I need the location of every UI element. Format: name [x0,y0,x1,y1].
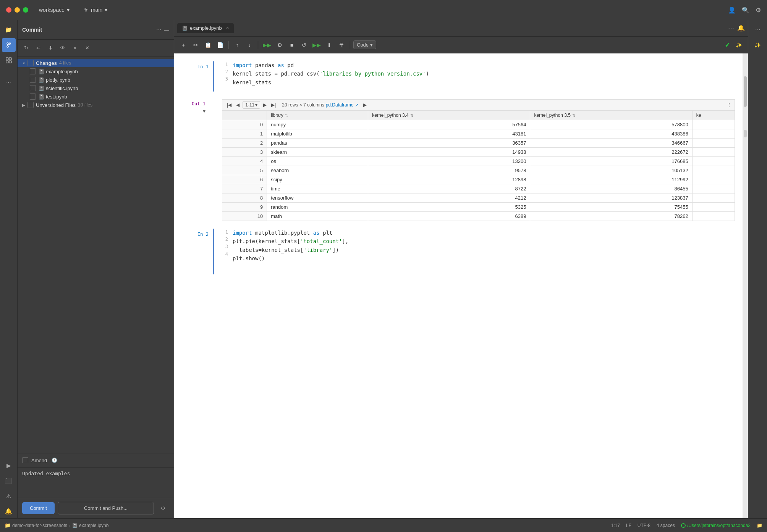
file-item-example[interactable]: 📓 example.ipynb [18,67,174,76]
nb-stop-btn[interactable]: ■ [286,39,297,51]
search-icon[interactable]: 🔍 [742,6,749,14]
commit-settings-icon[interactable]: ⚙ [157,502,169,514]
cell-2-code[interactable]: import matplotlib.pyplot as plt plt.pie(… [233,229,348,263]
file-checkbox-test[interactable] [30,94,36,100]
oc-next-btn[interactable]: ▶ [262,102,268,108]
download-btn[interactable]: ⬇ [45,43,56,53]
cursor-position: 1:17 [611,523,620,528]
settings-icon[interactable]: ⚙ [756,6,761,14]
oc-right-nav[interactable]: ▶ [362,102,368,108]
th-library[interactable]: library⇅ [267,111,368,120]
commit-message-area: Updated examples [18,467,174,498]
oc-external-link-icon[interactable]: ↗ [355,102,359,108]
sidebar-icon-problems[interactable]: ⚠ [2,489,16,503]
cell-1-code[interactable]: import pandas as pd kernel_stats = pd.re… [233,61,429,87]
close-btn[interactable]: ✕ [82,43,92,53]
nb-cell-type-select[interactable]: Code ▾ [353,40,376,49]
notebook-icon-test: 📓 [38,94,44,100]
oc-type-link[interactable]: pd.Dataframe [326,102,354,108]
refresh-btn[interactable]: ↻ [21,43,31,53]
rs-icon-sparkle[interactable]: ✨ [751,38,765,52]
branch-selector[interactable]: main ▾ [83,7,107,13]
commit-push-button[interactable]: Commit and Push... [58,502,154,514]
indent: 4 spaces [657,523,675,528]
unversioned-group[interactable]: ▶ Unversioned Files 10 files [18,101,174,109]
nb-copy-btn[interactable]: 📋 [202,39,213,51]
workspace-label[interactable]: workspace ▾ [39,7,70,13]
nb-ai-icon[interactable]: ✨ [733,39,744,51]
sidebar-icon-more[interactable]: ··· [2,75,16,89]
th-py34[interactable]: kernel_python 3.4⇅ [368,111,530,120]
nb-debug-btn[interactable]: ⬆ [324,39,335,51]
profile-icon[interactable]: 👤 [728,6,736,14]
tab-bell-icon[interactable]: 🔔 [737,24,745,32]
conda-spinner [681,523,686,528]
undo-btn[interactable]: ↩ [33,43,44,53]
file-item-scientific[interactable]: 📓 scientific.ipynb [18,84,174,92]
sidebar-icon-notifications[interactable]: 🔔 [2,505,16,518]
minimize-panel-icon[interactable]: — [164,27,169,33]
merge-btn[interactable]: ⋄ [70,43,80,53]
output-collapse-btn[interactable]: ▾ [182,108,206,114]
file-checkbox-example[interactable] [30,68,36,74]
sidebar-icon-folder[interactable]: 📁 [2,23,16,37]
unversioned-label: Unversioned Files [36,102,76,108]
nb-cut-btn[interactable]: ✂ [190,39,201,51]
sidebar-icon-terminal[interactable]: ⬛ [2,474,16,488]
workspace-chevron: ▾ [67,7,70,13]
close-button[interactable] [6,7,11,13]
oc-last-btn[interactable]: ▶| [270,102,277,108]
oc-range-selector[interactable]: 1-11 ▾ [243,101,260,109]
svg-rect-5 [6,58,8,60]
changes-checkbox[interactable] [28,60,34,66]
unversioned-expand-icon[interactable]: ▶ [21,102,27,108]
amend-checkbox[interactable] [22,457,28,463]
cell-idx: 10 [222,212,267,221]
statusbar: 📁 demo-data-for-screenshots › 📓 example.… [0,518,767,532]
tab-example-ipynb[interactable]: 📓 example.ipynb ✕ [177,23,234,33]
th-py35[interactable]: kernel_python 3.5⇅ [530,111,692,120]
cell-py34: 14938 [368,148,530,157]
rs-icon-more[interactable]: ⋯ [751,23,765,37]
sidebar-icon-run[interactable]: ▶ [2,459,16,472]
statusbar-path[interactable]: 📁 demo-data-for-screenshots › 📓 example.… [5,522,108,528]
expand-icon[interactable]: ▾ [21,60,27,66]
unversioned-checkbox[interactable] [28,102,34,108]
sidebar-icon-vcs[interactable] [2,38,16,52]
file-item-test[interactable]: 📓 test.ipynb [18,92,174,101]
table-row: 7 time 8722 86455 [222,184,735,193]
cell-py34: 4212 [368,193,530,203]
nb-move-up-btn[interactable]: ↑ [232,39,243,51]
more-options-icon[interactable]: ⋯ [156,27,162,33]
minimize-button[interactable] [15,7,20,13]
changes-group[interactable]: ▾ Changes 4 files [18,59,174,67]
nb-add-cell-btn[interactable]: + [178,39,189,51]
preview-btn[interactable]: 👁 [57,43,68,53]
nb-clear-btn[interactable]: 🗑 [336,39,347,51]
commit-button[interactable]: Commit [22,502,55,514]
nb-run-all-btn[interactable]: ▶▶ [311,39,322,51]
tab-more-icon[interactable]: ⋯ [728,24,734,32]
scrollbar-thumb-small[interactable] [744,130,747,137]
file-checkbox-plotly[interactable] [30,77,36,83]
window-controls[interactable] [6,7,28,13]
unversioned-count: 10 files [78,102,92,108]
scrollbar-thumb[interactable] [744,76,747,107]
oc-more-btn[interactable]: ⋮ [727,102,731,108]
table-row: 5 seaborn 9578 105132 [222,166,735,175]
maximize-button[interactable] [23,7,28,13]
sidebar-icon-structure[interactable] [2,53,16,67]
nb-move-down-btn[interactable]: ↓ [244,39,255,51]
file-checkbox-scientific[interactable] [30,85,36,91]
nb-run-btn[interactable]: ▶▶ [261,39,273,51]
oc-first-btn[interactable]: |◀ [225,102,233,108]
nb-kernel-btn[interactable]: ⚙ [274,39,285,51]
commit-message-input[interactable]: Updated examples [22,471,169,493]
editor-scrollbar[interactable] [743,53,748,518]
tab-close-icon[interactable]: ✕ [226,26,229,31]
nb-paste-btn[interactable]: 📄 [215,39,225,51]
file-item-plotly[interactable]: 📓 plotly.ipynb [18,76,174,84]
oc-prev-btn[interactable]: ◀ [235,102,241,108]
nb-restart-btn[interactable]: ↺ [299,39,309,51]
changes-count: 4 files [59,60,71,66]
